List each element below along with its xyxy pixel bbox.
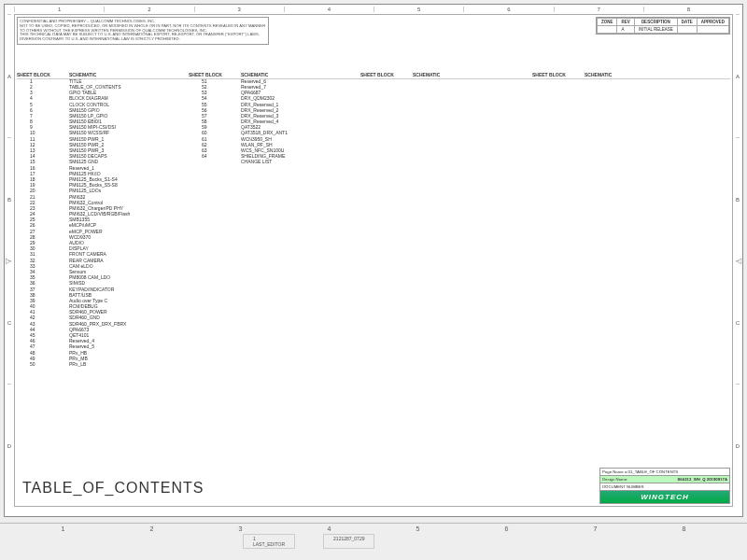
toc-num	[202, 160, 241, 165]
hdr-schem-4: SCHEMATIC	[585, 73, 704, 78]
rev-cell-date	[677, 26, 697, 34]
rev-cell-desc: INITIAL RELEASE	[634, 26, 677, 34]
rev-cell-rev: A	[617, 26, 634, 34]
rev-cell-zone	[597, 26, 617, 34]
footer-last-editor-label: LAST_EDITOR	[253, 541, 285, 547]
drawing-sheet: 87654321 DCBA DCBA ▷ ◁ CONFIDENTIAL AND …	[4, 4, 743, 517]
hdr-sheet-3: SHEET BLOCK	[360, 73, 413, 78]
rev-hdr-date: DATE	[677, 19, 697, 26]
rev-hdr-rev: REV	[617, 19, 634, 26]
hdr-sheet-1: SHEET BLOCK	[17, 73, 69, 78]
rev-cell-approved	[697, 26, 728, 34]
hdr-schem-1: SCHEMATIC	[69, 73, 189, 78]
proprietary-line-3: THIS TECHNICAL DATA MAY BE SUBJECT TO U.…	[20, 33, 266, 42]
hdr-sheet-4: SHEET BLOCK	[532, 73, 585, 78]
proprietary-notice: CONFIDENTIAL AND PROPRIETARY – QUALCOMM …	[17, 17, 269, 45]
tb-design-label: Design Name:	[602, 477, 627, 482]
toc-name: CHANGE LIST	[241, 160, 360, 165]
rev-hdr-approved: APPROVED	[697, 19, 728, 26]
rev-hdr-desc: DESCRIPTION	[634, 19, 677, 26]
hdr-schem-3: SCHEMATIC	[413, 73, 532, 78]
toc-col1-names: TITLETABLE_OF_CONTENTSGPIO TABLEBLOCK DI…	[69, 79, 189, 368]
footer-date-val: 2121287_0729	[333, 536, 364, 541]
wingtech-logo: WINGTECH	[600, 491, 729, 503]
toc-name: PRx_LB	[69, 362, 189, 368]
rev-hdr-zone: ZONE	[597, 19, 617, 26]
footer-ruler: 87654321	[0, 524, 747, 534]
toc-col2-nums: 5152535455565758596061626364	[189, 79, 241, 368]
toc-col1-nums: 1234567891011121314151617181920212223242…	[17, 79, 69, 368]
fold-mark-right: ◁	[736, 257, 741, 265]
title-block: Page Name = 01_TABLE_OF CONTENTS Design …	[599, 468, 730, 504]
tb-design-value: S66212_WH_Q 20190917A	[677, 477, 727, 482]
page-title: TABLE_OF_CONTENTS	[22, 480, 204, 497]
footer: 87654321 1 LAST_EDITOR 2121287_0729	[0, 523, 747, 560]
ruler-top: 87654321	[14, 5, 733, 14]
tb-page-name: Page Name = 01_TABLE_OF CONTENTS	[602, 469, 678, 474]
hdr-sheet-2: SHEET BLOCK	[189, 73, 241, 78]
hdr-schem-2: SCHEMATIC	[241, 73, 360, 78]
toc-col2-names: Reserved_6Reserved_7QPA6687DRX_QDM2302DR…	[241, 79, 360, 368]
toc-table: SHEET BLOCK SCHEMATIC SHEET BLOCK SCHEMA…	[17, 73, 730, 368]
toc-num: 50	[30, 362, 69, 368]
revision-block: ZONE REV DESCRIPTION DATE APPROVED A INI…	[596, 17, 730, 35]
drawing-frame: CONFIDENTIAL AND PROPRIETARY – QUALCOMM …	[14, 14, 733, 507]
toc-header-row: SHEET BLOCK SCHEMATIC SHEET BLOCK SCHEMA…	[17, 73, 730, 79]
tb-docnum: DOCUMENT NUMBER	[602, 484, 644, 489]
fold-mark-left: ▷	[6, 257, 11, 265]
